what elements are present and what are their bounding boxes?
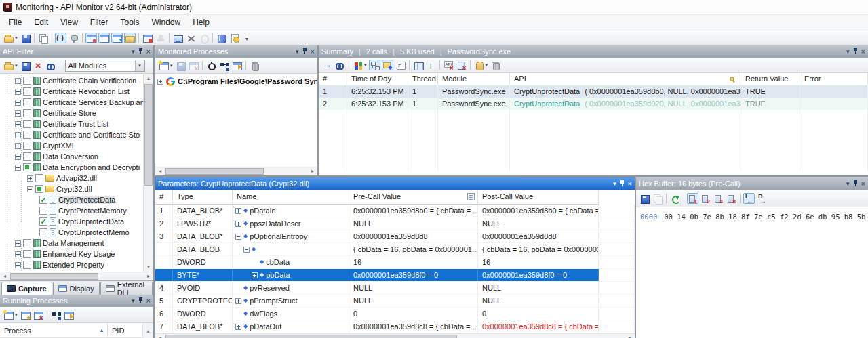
menu-edit[interactable]: Edit	[28, 16, 54, 29]
tree-expander-plus-icon[interactable]	[15, 240, 21, 247]
checkbox-unchecked[interactable]	[23, 152, 31, 161]
summary-column-header[interactable]: Return Value	[741, 73, 800, 85]
color-squares-dropdown-icon[interactable]: ▾	[364, 62, 367, 68]
window-restore-icon[interactable]	[111, 33, 123, 43]
process-column-header[interactable]: Process ▲	[0, 323, 108, 338]
close-icon[interactable]: ×	[146, 49, 151, 55]
monitor-new-dropdown-icon[interactable]: ▾	[15, 312, 18, 318]
parameter-row[interactable]: 7DATA_BLOB*◆pDataOut0x0000001ea359d8c8 =…	[155, 320, 635, 333]
tree-item[interactable]: CryptUnprotectData	[0, 216, 143, 227]
overflow-chevron-icon[interactable]	[241, 33, 253, 43]
tree-item[interactable]: CryptProtectMemory	[0, 205, 143, 216]
close-icon[interactable]: ×	[628, 181, 632, 187]
menu-filter[interactable]: Filter	[84, 16, 115, 29]
tree-item[interactable]: Data Encryption and Decrypti	[0, 162, 143, 173]
parameter-row[interactable]: DWORD◆cbData1616	[155, 256, 635, 269]
param-expander-minus-icon[interactable]	[243, 247, 250, 253]
tree-expander-plus-icon[interactable]	[15, 132, 21, 138]
bytes-4-icon[interactable]	[713, 193, 724, 204]
tree-horizontal-scrollbar[interactable]: ◂ ▸	[0, 272, 153, 280]
parameter-row[interactable]: BYTE*◆pbData0x0000001ea359d8f0 = 00x0000…	[155, 269, 635, 282]
scrollbar-thumb[interactable]	[10, 273, 98, 280]
checkbox-unchecked[interactable]	[23, 142, 31, 150]
tree-item[interactable]: CryptProtectData	[0, 194, 143, 205]
param-expander-plus-icon[interactable]	[235, 324, 241, 330]
tree-item[interactable]: Certificate Services Backup an	[0, 97, 143, 108]
checkbox-unchecked[interactable]	[39, 207, 47, 215]
save-icon[interactable]	[175, 60, 186, 71]
hand-icon[interactable]	[473, 60, 485, 70]
parameter-row[interactable]: 3DATA_BLOB*◆pOptionalEntropy0x0000001ea3…	[155, 230, 635, 243]
checkbox-checked[interactable]	[39, 217, 47, 226]
decode-connector-icon[interactable]	[68, 33, 79, 43]
tree-expander-plus-icon[interactable]	[27, 175, 33, 182]
open-file-icon[interactable]	[3, 33, 14, 43]
param-expander-plus-icon[interactable]	[235, 298, 241, 304]
go-arrow-icon[interactable]	[321, 60, 333, 70]
checkbox-unchecked[interactable]	[23, 77, 31, 85]
checkbox-unchecked[interactable]	[23, 87, 31, 96]
scroll-up-icon[interactable]: ▴	[144, 74, 153, 83]
tree-expander-plus-icon[interactable]	[15, 121, 21, 127]
delete-x-icon[interactable]	[33, 60, 44, 71]
process-tree-icon[interactable]	[218, 60, 230, 71]
parameters-column-header[interactable]: Pre-Call Value	[349, 190, 478, 205]
close-icon[interactable]: ×	[861, 181, 865, 187]
user-disabled-icon[interactable]	[155, 33, 166, 43]
summary-column-header[interactable]: API	[510, 73, 741, 85]
crosshair-icon[interactable]	[205, 60, 217, 71]
bytes-2-icon[interactable]	[700, 193, 711, 204]
window-break-icon[interactable]	[85, 33, 97, 43]
summary-column-header[interactable]: Time of Day	[347, 73, 408, 85]
save-icon[interactable]	[20, 33, 31, 43]
fingerprint-icon[interactable]	[198, 33, 210, 43]
menu-help[interactable]: Help	[186, 16, 216, 29]
scroll-left-icon[interactable]: ◂	[155, 167, 165, 175]
param-expander-plus-icon[interactable]	[235, 208, 241, 214]
summary-column-header[interactable]: Module	[438, 73, 510, 85]
chevron-down-icon[interactable]: ▾	[296, 49, 299, 55]
tab-external-dll[interactable]: External DLL	[100, 282, 153, 295]
tree-expander-plus-icon[interactable]	[15, 78, 21, 84]
endian-little-icon[interactable]	[743, 193, 755, 204]
save-icon[interactable]	[639, 193, 650, 204]
scroll-right-icon[interactable]: ▸	[144, 272, 153, 280]
tree-expander-plus-icon[interactable]	[15, 154, 21, 160]
diamond-box-icon[interactable]	[382, 60, 393, 70]
properties-icon[interactable]	[63, 310, 75, 320]
pin-icon[interactable]	[853, 48, 858, 55]
scroll-left-icon[interactable]: ◂	[155, 334, 165, 338]
color-squares-icon[interactable]	[352, 60, 363, 70]
api-error-icon[interactable]	[443, 60, 454, 70]
scrollbar-thumb[interactable]	[165, 168, 264, 175]
monitor-pause-icon[interactable]	[142, 33, 153, 43]
parameter-row[interactable]: 2LPWSTR*◆ppszDataDescrNULLNULL	[155, 217, 635, 230]
pin-icon[interactable]	[302, 48, 307, 55]
tree-item[interactable]: Certificate and Certificate Sto	[0, 129, 143, 140]
find-icon[interactable]	[334, 60, 346, 70]
parameters-column-header[interactable]: Name	[233, 190, 349, 205]
window-main-icon[interactable]	[98, 33, 110, 43]
parameters-column-header[interactable]: Type	[173, 190, 233, 205]
summary-column-header[interactable]: Thread▼	[408, 73, 438, 85]
trash-icon[interactable]	[490, 60, 501, 70]
scrollbar-thumb[interactable]	[165, 335, 457, 338]
endian-big-icon[interactable]	[756, 193, 768, 204]
pin-icon[interactable]	[620, 180, 625, 187]
process-tree-icon[interactable]	[50, 310, 62, 320]
scroll-up-icon[interactable]: ▴	[143, 323, 153, 338]
chevron-down-icon[interactable]: ▾	[846, 49, 850, 55]
open-file-dropdown-icon[interactable]: ▾	[15, 63, 18, 68]
scroll-down-icon[interactable]: ▾	[144, 262, 153, 272]
monitored-horizontal-scrollbar[interactable]: ◂ ▸	[155, 167, 317, 175]
parameters-column-header[interactable]: Post-Call Value	[478, 190, 599, 205]
capture-paren-icon[interactable]	[55, 33, 66, 43]
tree-item[interactable]: Certificate Chain Verification	[0, 75, 143, 86]
properties-icon[interactable]	[231, 60, 243, 71]
table-columns-icon[interactable]	[412, 60, 424, 70]
pin-icon[interactable]	[138, 48, 143, 55]
export-down-icon[interactable]	[425, 60, 437, 70]
checkbox-partial[interactable]	[35, 185, 43, 193]
tree-expander-plus-icon[interactable]	[15, 110, 21, 117]
param-expander-plus-icon[interactable]	[252, 272, 258, 278]
